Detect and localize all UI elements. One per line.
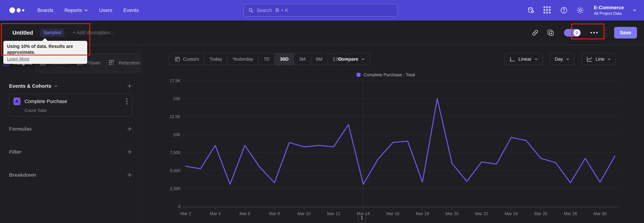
add-event-button[interactable]: [127, 83, 132, 89]
nav-item-reports[interactable]: Reports: [64, 8, 88, 13]
svg-text:5,000: 5,000: [170, 168, 180, 173]
svg-text:17.5K: 17.5K: [170, 78, 180, 83]
svg-text:Mar 4: Mar 4: [210, 211, 221, 216]
svg-text:2,500: 2,500: [170, 186, 180, 191]
add-to-board-icon[interactable]: [547, 29, 554, 37]
copy-link-icon[interactable]: [532, 29, 539, 37]
settings-gear-icon[interactable]: [576, 6, 584, 14]
svg-text:Mar 24: Mar 24: [505, 211, 518, 216]
range-3m[interactable]: 3M: [294, 53, 310, 65]
nav-item-boards[interactable]: Boards: [38, 8, 53, 13]
apps-grid-icon[interactable]: [544, 6, 551, 14]
svg-text:Mar 6: Mar 6: [240, 211, 250, 216]
interval-label: Day: [554, 56, 563, 62]
event-card-complete-purchase[interactable]: A Complete Purchase Count Total: [9, 94, 132, 117]
add-filter-button[interactable]: [127, 149, 132, 155]
legend-swatch: [356, 73, 360, 77]
range-label: 3M: [299, 56, 306, 62]
svg-text:Mar 26: Mar 26: [534, 211, 548, 216]
range-yesterday[interactable]: Yesterday: [227, 53, 258, 65]
chart-svg: 17.5K15K12.5K10K7,5005,0002,5000Mar 2Mar…: [168, 77, 627, 222]
project-name: E-Commerce: [594, 5, 624, 11]
breakdown-label: Breakdown: [9, 172, 36, 178]
sampling-tooltip: Using 10% of data. Results are approxima…: [3, 41, 87, 64]
range-label: 6M: [316, 56, 322, 62]
events-cohorts-header: Events & Cohorts: [9, 81, 132, 91]
filter-label: Filter: [9, 149, 21, 155]
toolbar-divider: [606, 28, 606, 37]
add-description[interactable]: + Add description...: [72, 30, 114, 36]
scale-dropdown[interactable]: Linear: [504, 53, 543, 65]
lightning-bolt-icon: [575, 31, 579, 35]
page-number-button[interactable]: 1: [358, 214, 366, 222]
line-chart[interactable]: 17.5K15K12.5K10K7,5005,0002,5000Mar 2Mar…: [168, 77, 627, 222]
range-today[interactable]: Today: [204, 53, 227, 65]
sampling-toggle[interactable]: [564, 29, 581, 37]
chevron-down-icon: [361, 57, 365, 61]
add-breakdown-button[interactable]: [127, 172, 132, 178]
tab-retention[interactable]: Retention: [106, 53, 142, 72]
chart-type-dropdown[interactable]: Line: [582, 53, 616, 65]
event-series-badge: A: [14, 97, 20, 105]
svg-text:Mar 20: Mar 20: [446, 211, 458, 216]
chevron-down-icon: [632, 8, 636, 12]
learn-more-link[interactable]: Learn More: [7, 56, 29, 61]
nav-item-label: Boards: [38, 8, 53, 13]
compare-dropdown[interactable]: Compare: [333, 53, 370, 65]
nav-item-users[interactable]: Users: [99, 8, 112, 13]
help-icon[interactable]: [560, 6, 568, 14]
filter-section: Filter: [9, 147, 132, 157]
svg-text:Mar 8: Mar 8: [269, 211, 280, 216]
primary-nav: Boards Reports Users Events: [38, 8, 139, 13]
search-icon: [248, 8, 254, 13]
more-options-icon[interactable]: [590, 32, 598, 33]
search-input[interactable]: [256, 8, 393, 13]
nav-item-events[interactable]: Events: [123, 8, 139, 13]
report-title[interactable]: Untitled: [12, 30, 33, 36]
chart-legend[interactable]: Complete Purchase - Total: [168, 72, 604, 78]
add-formula-button[interactable]: [127, 126, 132, 132]
range-6m[interactable]: 6M: [310, 53, 328, 65]
nav-item-label: Events: [123, 8, 139, 13]
chevron-down-icon: [566, 57, 570, 61]
formulas-label: Formulas: [9, 126, 32, 132]
toggle-knob: [574, 29, 580, 36]
toolbar-actions: Save: [532, 27, 637, 39]
range-label: Custom: [183, 56, 199, 62]
chevron-down-icon: [84, 8, 88, 12]
svg-text:Mar 30: Mar 30: [594, 211, 606, 216]
svg-text:12.5K: 12.5K: [170, 114, 180, 119]
tab-label: Retention: [118, 60, 140, 66]
event-options-icon[interactable]: [126, 98, 128, 105]
range-30d[interactable]: 30D: [274, 53, 294, 65]
interval-dropdown[interactable]: Day: [550, 53, 574, 65]
chevron-down-icon: [54, 84, 58, 88]
range-7d[interactable]: 7D: [258, 53, 275, 65]
global-search[interactable]: [244, 4, 398, 17]
date-range-picker: Custom Today Yesterday 7D 30D 3M 6M 12M: [169, 53, 347, 65]
line-chart-icon: [586, 56, 593, 62]
svg-text:Mar 12: Mar 12: [327, 211, 340, 216]
mixpanel-logo-icon[interactable]: [10, 8, 24, 13]
project-switcher[interactable]: E-Commerce All Project Data: [594, 5, 624, 16]
svg-text:15K: 15K: [173, 96, 180, 101]
calendar-icon: [174, 56, 180, 62]
project-scope: All Project Data: [594, 11, 624, 16]
svg-text:Mar 16: Mar 16: [386, 211, 399, 216]
chart-display-controls: Linear Day Line: [504, 53, 616, 65]
range-label: Yesterday: [232, 56, 253, 62]
chevron-down-icon: [534, 57, 538, 61]
svg-text:7,500: 7,500: [170, 150, 180, 155]
sampled-badge[interactable]: Sampled: [40, 28, 65, 37]
events-cohorts-title[interactable]: Events & Cohorts: [9, 83, 58, 89]
data-management-icon[interactable]: [527, 6, 535, 14]
svg-text:Mar 28: Mar 28: [564, 211, 577, 216]
tooltip-text: Using 10% of data. Results are approxima…: [7, 44, 84, 55]
query-builder-sidebar: Insights Funnels Flows Retent: [0, 45, 142, 223]
range-custom[interactable]: Custom: [169, 53, 204, 65]
save-button[interactable]: Save: [614, 27, 637, 39]
linear-axis-icon: [509, 56, 516, 62]
event-aggregation[interactable]: Count Total: [24, 108, 128, 113]
svg-text:Mar 10: Mar 10: [298, 211, 310, 216]
top-navbar: Boards Reports Users Events E-Comme: [0, 0, 644, 21]
